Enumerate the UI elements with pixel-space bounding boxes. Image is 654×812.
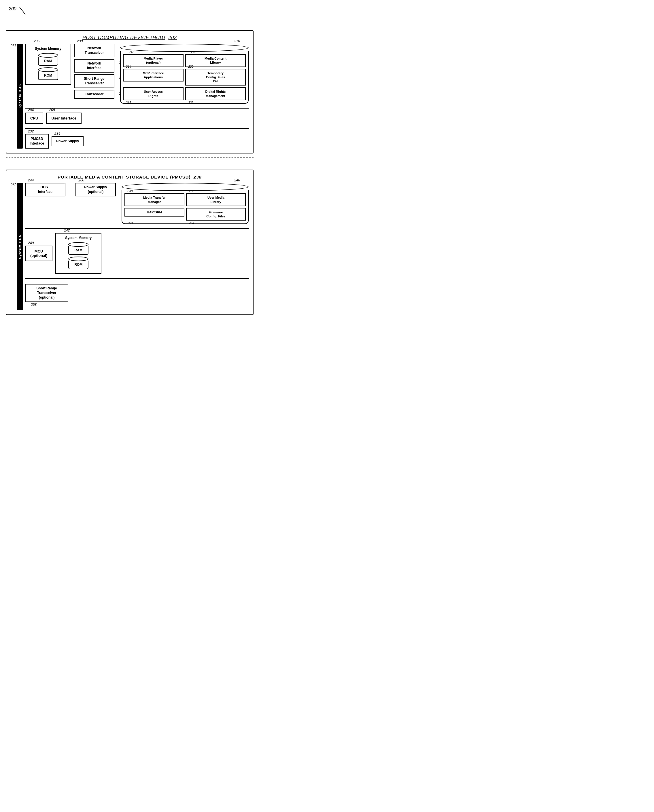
- temp-config-box: TemporaryConfig. Files220: [185, 69, 246, 86]
- digital-rights-box: Digital RightsManagement: [185, 87, 246, 100]
- mtm-ref: 248: [127, 189, 133, 192]
- transceiver-ref: 230: [77, 39, 83, 43]
- hcd-bus-label: System BUS: [18, 84, 21, 108]
- hcd-ref: 202: [168, 35, 177, 40]
- short-range-transceiver-box: Short RangeTransceiver: [74, 74, 115, 88]
- uar-drm-ref: 250: [127, 221, 133, 224]
- hcd-bus-bar: System BUS: [17, 44, 23, 149]
- hcd-middle-row: 204 CPU 208 User Interface: [25, 113, 249, 124]
- storage-cylinder-top: [120, 44, 249, 52]
- ram-label: RAM: [38, 57, 58, 66]
- pmcsd-cylinder-body: 248 Media TransferManager 252 User Media…: [122, 190, 249, 224]
- ui-label: User Interface: [51, 116, 76, 121]
- pmcsd-system-memory-box: System Memory RAM ROM: [55, 233, 101, 274]
- pmcsd-storage-cylinder: 248 Media TransferManager 252 User Media…: [122, 183, 249, 224]
- cpu-ref: 204: [28, 108, 34, 112]
- cpu-box: CPU: [25, 113, 43, 124]
- user-access-rights-box: User AccessRights: [123, 87, 183, 100]
- mcu-ref: 240: [28, 241, 34, 245]
- sm-ref: 206: [34, 39, 40, 43]
- network-interface-box: NetworkInterface: [74, 59, 115, 73]
- hcd-outer-ref: 236: [11, 44, 17, 48]
- hcd-storage-cylinder: 212 Media Player(optional) 218 Media Con…: [120, 44, 249, 104]
- pmcsd-bus-line-2: [25, 278, 249, 279]
- media-transfer-manager-box: Media TransferManager: [124, 193, 184, 206]
- transceivers-col: NetworkTransceiver 228 NetworkInterface …: [74, 44, 115, 99]
- pmcsd-content: 262 System BUS 244 HOSTInterface: [11, 183, 249, 310]
- pmcsd-sm-ref: 242: [64, 228, 70, 232]
- temp-config-ref: 220: [188, 65, 193, 68]
- power-supply-label: Power Supply: [56, 139, 79, 143]
- uar-drm-box: UAR/DRM: [124, 208, 184, 217]
- pmcsd-ram-label: RAM: [68, 246, 89, 255]
- pmcsd-bus-bar: System BUS: [17, 183, 23, 310]
- system-memory-box: System Memory RAM ROM: [25, 44, 71, 85]
- pmcsd-ps-ref: 260: [78, 178, 84, 182]
- media-content-library-box: Media ContentLibrary: [185, 54, 246, 67]
- pmcsd-title-text: PORTABLE MEDIA CONTENT STORAGE DEVICE (P…: [58, 174, 191, 179]
- hcd-top-row: 206 System Memory RAM ROM: [25, 44, 249, 104]
- pmcsd-storage-ref: 246: [234, 178, 240, 182]
- mcu-box: MCU(optional): [25, 246, 52, 261]
- drm-ref: 222: [188, 101, 193, 104]
- pmcsd-sm-label: System Memory: [58, 236, 99, 240]
- storage-cylinder-body: 212 Media Player(optional) 218 Media Con…: [120, 51, 249, 104]
- rom-cylinder: ROM: [38, 67, 58, 80]
- pmcsd-rom-label: ROM: [68, 261, 89, 269]
- system-memory-label: System Memory: [28, 47, 68, 51]
- pmcsd-short-range-box: Short RangeTransceiver(optional): [25, 284, 68, 302]
- storage-grid: 212 Media Player(optional) 218 Media Con…: [123, 54, 246, 100]
- storage-ref: 210: [234, 39, 240, 43]
- pmcsd-bus-column: 262 System BUS: [11, 183, 23, 310]
- media-player-ref: 212: [129, 50, 134, 53]
- hcd-bus-line-2: [25, 128, 249, 129]
- pmcsd-sr-ref: 258: [31, 303, 37, 307]
- pmcsd-middle-row: 240 MCU(optional) 242 System Memory RAM: [25, 233, 249, 274]
- pmcsd-iface-ref: 232: [28, 129, 34, 133]
- uar-ref: 216: [126, 101, 131, 104]
- pmcsd-box: PORTABLE MEDIA CONTENT STORAGE DEVICE (P…: [6, 169, 254, 315]
- pmcsd-bus-label: System BUS: [18, 234, 21, 259]
- hcd-main-content: 206 System Memory RAM ROM: [25, 44, 249, 149]
- svg-line-1: [23, 12, 25, 14]
- mcp-interface-box: MCP InterfaceApplications: [123, 69, 183, 82]
- ui-ref: 208: [49, 108, 55, 112]
- host-interface-box: HOSTInterface: [25, 183, 66, 196]
- mcp-ref: 214: [126, 65, 131, 68]
- ram-cylinder: RAM: [38, 53, 58, 66]
- hcd-content: 236 System BUS 206 System Memory: [11, 44, 249, 149]
- firmware-config-box: FirmwareConfig. Files: [186, 208, 246, 221]
- hcd-box: HOST COMPUTING DEVICE (HCD) 202 236 Syst…: [6, 30, 254, 153]
- media-player-box: Media Player(optional): [123, 54, 183, 67]
- rom-label: ROM: [38, 72, 58, 80]
- pmcsd-interface-box: PMCSDInterface: [25, 134, 49, 149]
- user-media-library-box: User MediaLibrary: [186, 193, 246, 206]
- section-divider: [6, 157, 254, 158]
- page-container: 200 HOST COMPUTING DEVICE (HCD) 202 236 …: [6, 6, 254, 315]
- fw-config-ref: 254: [189, 221, 194, 224]
- hcd-bottom-row: 232 PMCSDInterface 234 Power Supply: [25, 134, 249, 149]
- pmcsd-cylinder-top: [122, 183, 249, 191]
- pmcsd-bus-line-1: [25, 228, 249, 229]
- host-iface-ref: 244: [28, 178, 34, 182]
- transcoder-box: Transcoder: [74, 90, 115, 99]
- pmcsd-title: PORTABLE MEDIA CONTENT STORAGE DEVICE (P…: [11, 174, 249, 179]
- pmcsd-ram-cylinder: RAM: [68, 242, 89, 255]
- pmcsd-storage-grid: 248 Media TransferManager 252 User Media…: [124, 193, 246, 221]
- power-supply-box: Power Supply: [52, 136, 84, 147]
- pmcsd-main-content: 244 HOSTInterface 260 Power Supply(optio…: [25, 183, 249, 310]
- cpu-label: CPU: [30, 116, 38, 121]
- pmcsd-outer-ref: 262: [11, 183, 17, 187]
- pmcsd-power-supply-box: Power Supply(optional): [75, 183, 116, 196]
- hcd-bus-column: 236 System BUS: [11, 44, 23, 149]
- user-interface-box: User Interface: [46, 113, 81, 124]
- hcd-bus-line-1: [25, 108, 249, 108]
- arrow-200: [11, 6, 28, 17]
- power-supply-ref: 234: [55, 131, 60, 136]
- hcd-title-text: HOST COMPUTING DEVICE (HCD): [83, 35, 165, 40]
- hcd-title: HOST COMPUTING DEVICE (HCD) 202: [11, 35, 249, 40]
- pmcsd-top-row: 244 HOSTInterface 260 Power Supply(optio…: [25, 183, 249, 224]
- pmcsd-rom-cylinder: ROM: [68, 256, 89, 269]
- pmcsd-ref: 238: [194, 174, 202, 179]
- network-transceiver-box: NetworkTransceiver: [74, 44, 115, 57]
